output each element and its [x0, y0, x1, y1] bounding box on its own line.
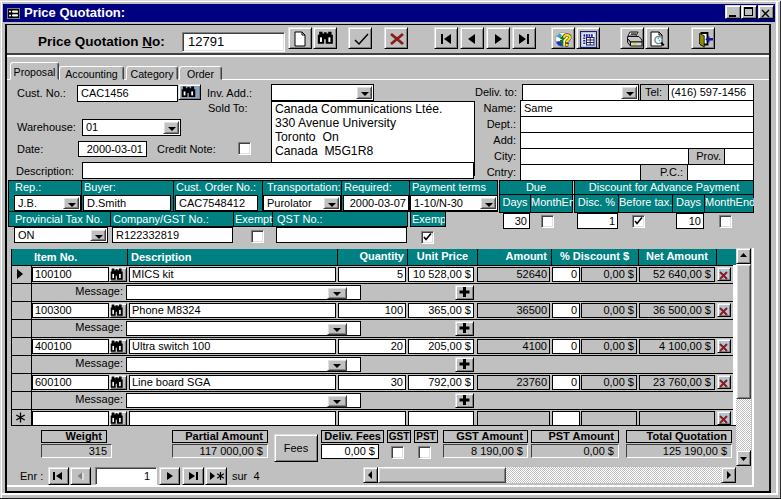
svg-text:?: ?: [562, 32, 572, 48]
